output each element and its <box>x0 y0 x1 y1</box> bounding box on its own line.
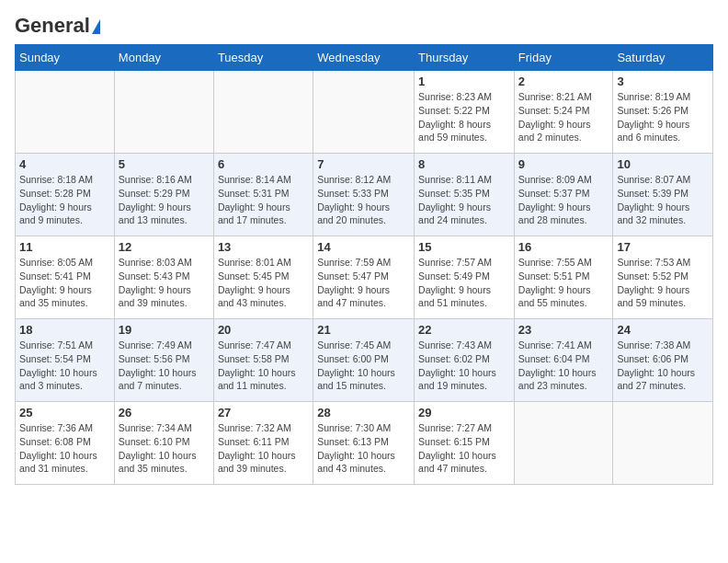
day-info: Sunrise: 8:19 AM Sunset: 5:26 PM Dayligh… <box>617 90 709 144</box>
calendar-cell: 6Sunrise: 8:14 AM Sunset: 5:31 PM Daylig… <box>213 154 313 236</box>
calendar-cell: 27Sunrise: 7:32 AM Sunset: 6:11 PM Dayli… <box>213 402 313 485</box>
calendar-cell <box>213 71 313 154</box>
day-info: Sunrise: 7:41 AM Sunset: 6:04 PM Dayligh… <box>518 339 609 393</box>
calendar-cell: 19Sunrise: 7:49 AM Sunset: 5:56 PM Dayli… <box>114 319 213 402</box>
calendar-cell: 24Sunrise: 7:38 AM Sunset: 6:06 PM Dayli… <box>613 319 713 402</box>
calendar-cell: 21Sunrise: 7:45 AM Sunset: 6:00 PM Dayli… <box>313 319 415 402</box>
calendar-cell: 4Sunrise: 8:18 AM Sunset: 5:28 PM Daylig… <box>16 154 115 236</box>
day-number: 11 <box>19 240 110 254</box>
calendar-cell: 1Sunrise: 8:23 AM Sunset: 5:22 PM Daylig… <box>415 71 515 154</box>
day-info: Sunrise: 8:03 AM Sunset: 5:43 PM Dayligh… <box>119 256 210 310</box>
day-info: Sunrise: 8:16 AM Sunset: 5:29 PM Dayligh… <box>119 173 210 227</box>
calendar-cell: 17Sunrise: 7:53 AM Sunset: 5:52 PM Dayli… <box>613 236 713 319</box>
days-of-week-row: SundayMondayTuesdayWednesdayThursdayFrid… <box>16 45 713 71</box>
calendar-table: SundayMondayTuesdayWednesdayThursdayFrid… <box>15 44 713 485</box>
day-number: 21 <box>317 323 410 337</box>
day-header-saturday: Saturday <box>613 45 713 71</box>
calendar-cell: 13Sunrise: 8:01 AM Sunset: 5:45 PM Dayli… <box>213 236 313 319</box>
day-info: Sunrise: 8:07 AM Sunset: 5:39 PM Dayligh… <box>617 173 709 227</box>
day-number: 24 <box>617 323 709 337</box>
day-number: 7 <box>317 157 410 171</box>
day-info: Sunrise: 7:47 AM Sunset: 5:58 PM Dayligh… <box>218 339 309 393</box>
day-number: 19 <box>119 323 210 337</box>
calendar-cell: 23Sunrise: 7:41 AM Sunset: 6:04 PM Dayli… <box>514 319 613 402</box>
calendar-cell: 26Sunrise: 7:34 AM Sunset: 6:10 PM Dayli… <box>114 402 213 485</box>
day-info: Sunrise: 7:45 AM Sunset: 6:00 PM Dayligh… <box>317 339 410 393</box>
day-header-tuesday: Tuesday <box>213 45 313 71</box>
calendar-cell: 16Sunrise: 7:55 AM Sunset: 5:51 PM Dayli… <box>514 236 613 319</box>
week-row-1: 1Sunrise: 8:23 AM Sunset: 5:22 PM Daylig… <box>16 71 713 154</box>
calendar-cell <box>114 71 213 154</box>
calendar-cell <box>313 71 415 154</box>
calendar-cell: 22Sunrise: 7:43 AM Sunset: 6:02 PM Dayli… <box>415 319 515 402</box>
week-row-3: 11Sunrise: 8:05 AM Sunset: 5:41 PM Dayli… <box>16 236 713 319</box>
header: General <box>15 15 713 37</box>
calendar-cell <box>613 402 713 485</box>
calendar-cell: 7Sunrise: 8:12 AM Sunset: 5:33 PM Daylig… <box>313 154 415 236</box>
day-number: 13 <box>218 240 309 254</box>
day-number: 1 <box>418 75 510 88</box>
calendar-cell: 28Sunrise: 7:30 AM Sunset: 6:13 PM Dayli… <box>313 402 415 485</box>
day-header-wednesday: Wednesday <box>313 45 415 71</box>
day-info: Sunrise: 8:23 AM Sunset: 5:22 PM Dayligh… <box>418 90 510 144</box>
day-info: Sunrise: 7:36 AM Sunset: 6:08 PM Dayligh… <box>19 421 110 476</box>
calendar-cell: 18Sunrise: 7:51 AM Sunset: 5:54 PM Dayli… <box>16 319 115 402</box>
day-info: Sunrise: 7:43 AM Sunset: 6:02 PM Dayligh… <box>418 339 510 393</box>
day-header-friday: Friday <box>514 45 613 71</box>
day-number: 3 <box>617 75 709 88</box>
day-info: Sunrise: 7:57 AM Sunset: 5:49 PM Dayligh… <box>418 256 510 310</box>
day-info: Sunrise: 7:38 AM Sunset: 6:06 PM Dayligh… <box>617 339 709 393</box>
day-info: Sunrise: 7:49 AM Sunset: 5:56 PM Dayligh… <box>119 339 210 393</box>
calendar-cell <box>16 71 115 154</box>
day-info: Sunrise: 7:59 AM Sunset: 5:47 PM Dayligh… <box>317 256 410 310</box>
day-info: Sunrise: 7:27 AM Sunset: 6:15 PM Dayligh… <box>418 421 510 476</box>
calendar-cell: 29Sunrise: 7:27 AM Sunset: 6:15 PM Dayli… <box>415 402 515 485</box>
day-number: 16 <box>518 240 609 254</box>
logo: General <box>15 15 100 37</box>
week-row-4: 18Sunrise: 7:51 AM Sunset: 5:54 PM Dayli… <box>16 319 713 402</box>
day-number: 4 <box>19 157 110 171</box>
day-number: 12 <box>119 240 210 254</box>
calendar-cell: 15Sunrise: 7:57 AM Sunset: 5:49 PM Dayli… <box>415 236 515 319</box>
calendar-cell: 11Sunrise: 8:05 AM Sunset: 5:41 PM Dayli… <box>16 236 115 319</box>
day-number: 10 <box>617 157 709 171</box>
calendar-cell: 25Sunrise: 7:36 AM Sunset: 6:08 PM Dayli… <box>16 402 115 485</box>
day-info: Sunrise: 7:34 AM Sunset: 6:10 PM Dayligh… <box>119 421 210 476</box>
day-number: 15 <box>418 240 510 254</box>
day-header-sunday: Sunday <box>16 45 115 71</box>
day-number: 22 <box>418 323 510 337</box>
calendar-cell: 2Sunrise: 8:21 AM Sunset: 5:24 PM Daylig… <box>514 71 613 154</box>
day-number: 29 <box>418 406 510 419</box>
day-number: 5 <box>119 157 210 171</box>
calendar-cell: 8Sunrise: 8:11 AM Sunset: 5:35 PM Daylig… <box>415 154 515 236</box>
day-info: Sunrise: 8:09 AM Sunset: 5:37 PM Dayligh… <box>518 173 609 227</box>
calendar-cell: 10Sunrise: 8:07 AM Sunset: 5:39 PM Dayli… <box>613 154 713 236</box>
day-number: 27 <box>218 406 309 419</box>
day-info: Sunrise: 7:51 AM Sunset: 5:54 PM Dayligh… <box>19 339 110 393</box>
day-number: 23 <box>518 323 609 337</box>
day-number: 26 <box>119 406 210 419</box>
calendar-cell: 9Sunrise: 8:09 AM Sunset: 5:37 PM Daylig… <box>514 154 613 236</box>
day-info: Sunrise: 7:32 AM Sunset: 6:11 PM Dayligh… <box>218 421 309 476</box>
day-number: 8 <box>418 157 510 171</box>
day-number: 14 <box>317 240 410 254</box>
day-info: Sunrise: 8:12 AM Sunset: 5:33 PM Dayligh… <box>317 173 410 227</box>
day-header-monday: Monday <box>114 45 213 71</box>
day-number: 18 <box>19 323 110 337</box>
calendar-cell: 3Sunrise: 8:19 AM Sunset: 5:26 PM Daylig… <box>613 71 713 154</box>
calendar-cell: 14Sunrise: 7:59 AM Sunset: 5:47 PM Dayli… <box>313 236 415 319</box>
day-info: Sunrise: 8:11 AM Sunset: 5:35 PM Dayligh… <box>418 173 510 227</box>
logo-general: General <box>15 15 100 37</box>
day-number: 20 <box>218 323 309 337</box>
day-info: Sunrise: 7:53 AM Sunset: 5:52 PM Dayligh… <box>617 256 709 310</box>
calendar-cell: 20Sunrise: 7:47 AM Sunset: 5:58 PM Dayli… <box>213 319 313 402</box>
week-row-2: 4Sunrise: 8:18 AM Sunset: 5:28 PM Daylig… <box>16 154 713 236</box>
day-info: Sunrise: 7:55 AM Sunset: 5:51 PM Dayligh… <box>518 256 609 310</box>
day-info: Sunrise: 8:18 AM Sunset: 5:28 PM Dayligh… <box>19 173 110 227</box>
calendar-cell: 5Sunrise: 8:16 AM Sunset: 5:29 PM Daylig… <box>114 154 213 236</box>
day-header-thursday: Thursday <box>415 45 515 71</box>
day-number: 28 <box>317 406 410 419</box>
day-number: 6 <box>218 157 309 171</box>
day-info: Sunrise: 8:01 AM Sunset: 5:45 PM Dayligh… <box>218 256 309 310</box>
day-number: 2 <box>518 75 609 88</box>
